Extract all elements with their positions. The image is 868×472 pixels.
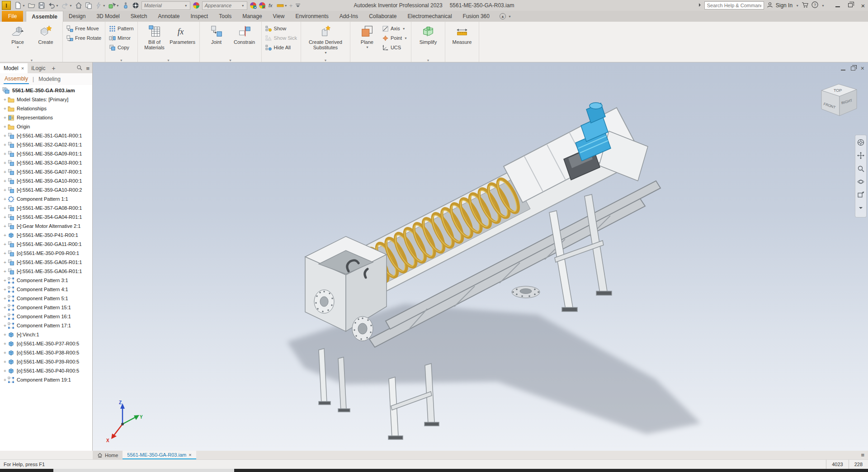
tree-item[interactable]: +[•]:5561-ME-350-P41-R00:1 [0, 231, 92, 240]
ribbon-tab-assemble[interactable]: Assemble [26, 11, 63, 22]
expand-icon[interactable]: + [2, 142, 8, 147]
tree-item[interactable]: +[•]:5561-ME-360-GA11-R00:1 [0, 240, 92, 249]
expand-icon[interactable]: + [2, 133, 8, 138]
help-search-input[interactable] [704, 1, 764, 9]
redo-icon[interactable]: ▼ [61, 1, 73, 10]
doc-minimize-icon[interactable] [841, 64, 845, 72]
fx-parameters-icon[interactable]: fx [267, 1, 276, 10]
ribbon-tab-tools[interactable]: Tools [213, 11, 237, 22]
tree-item[interactable]: +Origin [0, 122, 92, 131]
ribbon-tab-annotate[interactable]: Annotate [152, 11, 185, 22]
clear-appearance-icon[interactable] [258, 1, 267, 10]
ribbon-tab-3d-model[interactable]: 3D Model [91, 11, 125, 22]
home-tab[interactable]: Home [93, 451, 123, 459]
expand-icon[interactable]: + [2, 287, 8, 292]
measure-button[interactable]: Measure [449, 24, 475, 46]
expand-icon[interactable]: + [2, 305, 8, 310]
expand-icon[interactable]: + [2, 170, 8, 175]
plane-button[interactable]: Plane▼ [354, 24, 380, 51]
expand-icon[interactable]: + [2, 332, 8, 337]
material-combo[interactable]: Material▼ [142, 1, 190, 10]
expand-icon[interactable]: + [2, 106, 8, 111]
tree-item[interactable]: +Component Pattern 1:1 [0, 194, 92, 203]
expand-icon[interactable]: + [2, 160, 8, 165]
tree-item[interactable]: +Relationships [0, 104, 92, 113]
expand-icon[interactable]: + [2, 151, 8, 156]
look-at-icon[interactable] [857, 191, 864, 200]
browser-filter-modeling[interactable]: Modeling [38, 75, 61, 84]
ribbon-tab-design[interactable]: Design [63, 11, 91, 22]
appearance-combo[interactable]: Appearance▼ [202, 1, 247, 10]
expand-icon[interactable]: + [2, 233, 8, 238]
parameters-button[interactable]: fxParameters [170, 24, 196, 46]
create-derived-substitutes-button[interactable]: Create Derived Substitutes▼ [305, 24, 346, 57]
home-icon[interactable] [74, 1, 83, 10]
tree-item[interactable]: +[•]:5561-ME-355-GA05-R01:1 [0, 258, 92, 267]
expand-icon[interactable]: + [2, 242, 8, 247]
add-browser-tab-button[interactable]: + [49, 63, 58, 73]
point-button[interactable]: Point▼ [382, 34, 407, 42]
axis-button[interactable]: Axis▼ [382, 24, 407, 33]
panel-flyout-icon[interactable]: ▼ [167, 59, 170, 62]
expand-icon[interactable]: + [2, 215, 8, 220]
panel-flyout-icon[interactable]: ▼ [324, 59, 327, 62]
tree-item[interactable]: +[•]:5561-ME-354-GA04-R01:1 [0, 212, 92, 222]
expand-icon[interactable]: + [2, 269, 8, 274]
expand-icon[interactable]: + [2, 197, 8, 202]
measure-icon[interactable]: ▼ [276, 1, 288, 10]
undo-icon[interactable]: ▼ [47, 1, 60, 10]
tree-item[interactable]: +[•]:5561-ME-355-GA06-R01:1 [0, 267, 92, 276]
place-button[interactable]: Place▼ [5, 24, 31, 51]
expand-icon[interactable]: + [2, 188, 8, 193]
panel-flyout-icon[interactable]: ▼ [30, 59, 33, 62]
navigation-wheel-icon[interactable] [857, 139, 864, 148]
tree-item[interactable]: +[o]:5561-ME-350-P09-R00:1 [0, 249, 92, 258]
adjust-appearance-icon[interactable] [249, 1, 258, 10]
save-icon[interactable] [37, 1, 46, 10]
expand-icon[interactable]: + [2, 260, 8, 265]
expand-icon[interactable]: + [2, 115, 8, 120]
help-dropdown-icon[interactable]: ▼ [821, 4, 825, 7]
close-icon[interactable]: × [21, 66, 24, 71]
search-expand-icon[interactable] [698, 2, 702, 9]
expand-icon[interactable]: + [2, 124, 8, 129]
tree-item[interactable]: +Component Pattern 4:1 [0, 285, 92, 294]
mirror-button[interactable]: Mirror [109, 34, 133, 42]
browser-filter-assembly[interactable]: Assembly [4, 75, 29, 84]
ribbon-tab-electromechanical[interactable]: Electromechanical [402, 11, 458, 22]
document-tab-active[interactable]: 5561-ME-350-GA-R03.iam × [123, 451, 196, 459]
ucs-button[interactable]: UCS [382, 43, 407, 52]
expand-icon[interactable]: + [2, 368, 8, 373]
tree-item[interactable]: +[•]:5561-ME-353-GA03-R00:1 [0, 158, 92, 167]
expand-icon[interactable]: + [2, 251, 8, 256]
ribbon-tab-view[interactable]: View [268, 11, 290, 22]
ribbon-tab-inspect[interactable]: Inspect [185, 11, 214, 22]
restore-button[interactable] [847, 2, 854, 9]
browser-menu-icon[interactable]: ≡ [86, 65, 90, 72]
expand-icon[interactable]: + [2, 378, 8, 382]
joint-button[interactable]: Joint [203, 24, 230, 46]
graphics-viewport[interactable]: × [93, 62, 868, 451]
panel-flyout-icon[interactable]: ▼ [229, 59, 232, 62]
add-command-icon[interactable]: + [288, 1, 294, 10]
help-icon[interactable]: ? [811, 1, 818, 9]
expand-icon[interactable]: + [2, 314, 8, 319]
browser-search-icon[interactable] [76, 65, 82, 72]
tree-item[interactable]: +Component Pattern 3:1 [0, 276, 92, 285]
expand-icon[interactable]: + [2, 323, 8, 328]
expand-icon[interactable]: + [2, 179, 8, 184]
expand-icon[interactable]: + [2, 341, 8, 346]
cart-icon[interactable] [802, 2, 809, 9]
expand-icon[interactable]: + [2, 278, 8, 283]
tree-item[interactable]: +[•]:5561-ME-357-GA08-R00:1 [0, 203, 92, 212]
constrain-button[interactable]: Constrain [231, 24, 258, 46]
open-file-icon[interactable] [27, 1, 36, 10]
tab-list-menu-icon[interactable]: ≡ [861, 451, 868, 459]
free-rotate-button[interactable]: Free Rotate [66, 34, 101, 42]
tree-item[interactable]: +Representations [0, 113, 92, 122]
expand-icon[interactable]: + [2, 224, 8, 229]
tweak-pin-icon[interactable] [121, 1, 130, 10]
copy-button[interactable]: Copy [109, 43, 133, 52]
tree-item[interactable]: +[•]:Gear Motor Alternative 2:1 [0, 222, 92, 231]
panel-flyout-icon[interactable]: ▼ [426, 59, 429, 62]
